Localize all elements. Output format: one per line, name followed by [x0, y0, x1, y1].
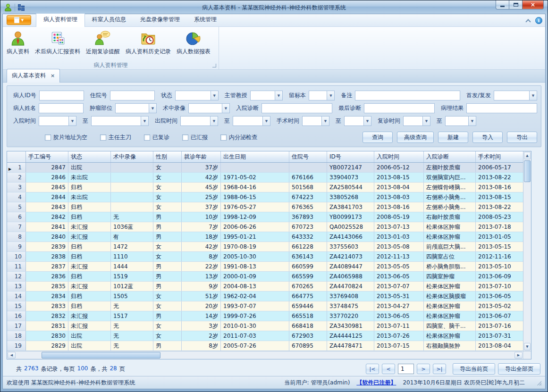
grid-cell[interactable]: 2013-07-10	[476, 282, 523, 291]
grid-cell[interactable]: 归档	[68, 292, 111, 301]
grid-cell[interactable]: 归档	[68, 272, 111, 281]
first-page-button[interactable]: |<	[366, 364, 379, 374]
grid-cell[interactable]: 未汇报	[68, 262, 111, 271]
grid-cell[interactable]: 2013-07-15	[374, 341, 424, 350]
grid-row[interactable]: 92839归档1472女42岁1970-08-19661228337556032…	[7, 242, 523, 252]
row-header[interactable]: 3	[7, 183, 26, 192]
scroll-down-icon[interactable]: ▼	[524, 343, 531, 350]
grid-cell[interactable]: 22岁	[182, 262, 221, 271]
grid-cell[interactable]	[111, 163, 153, 172]
grid-cell[interactable]	[289, 163, 327, 172]
grid-cell[interactable]: 665518	[289, 311, 327, 321]
patient-history-button[interactable]: 病人资料历史记录	[123, 29, 173, 57]
grid-row[interactable]: 82840未汇报有男18岁1995-01-21643332ZA414306620…	[7, 232, 523, 242]
grid-cell[interactable]: 2013-05-08	[374, 242, 424, 251]
program-icon[interactable]	[4, 4, 12, 11]
filter-first-recur-combo[interactable]: ▼	[494, 91, 537, 100]
grid-cell[interactable]: 前颅底巨大脑...	[424, 242, 476, 251]
column-header[interactable]: 入院时间	[374, 151, 424, 162]
dropdown-arrow-icon[interactable]: ▼	[321, 117, 329, 125]
grid-cell[interactable]: 女	[153, 183, 182, 192]
group-dialog-launcher-icon[interactable]	[212, 64, 216, 67]
import-button[interactable]: 导入	[472, 132, 503, 143]
filter-status-combo[interactable]: ▼	[175, 91, 219, 100]
dropdown-arrow-icon[interactable]: ▼	[363, 117, 371, 125]
row-header[interactable]: 2	[7, 173, 26, 182]
grid-cell[interactable]: 未出院	[68, 192, 111, 202]
grid-cell[interactable]: ZA4444125	[327, 331, 374, 341]
grid-row[interactable]: 172831未汇报无女3岁2010-01-30668418ZA343098120…	[7, 321, 523, 331]
new-button[interactable]: 新建	[438, 132, 468, 143]
grid-cell[interactable]: 2012-11-13	[374, 252, 424, 261]
grid-cell[interactable]: 松果体区肿瘤	[424, 222, 476, 232]
grid-cell[interactable]: 33748475	[327, 301, 374, 311]
grid-cell[interactable]: 2005-10-30	[221, 252, 289, 261]
column-header[interactable]: 入院诊断	[424, 151, 476, 162]
grid-cell[interactable]: 2013-08-04	[476, 341, 523, 350]
grid-cell[interactable]: 7岁	[182, 222, 221, 232]
ribbon-tab-disc-video[interactable]: 光盘录像带管理	[133, 13, 187, 26]
grid-cell[interactable]: 左侧蝶骨嵴脑...	[424, 183, 476, 192]
grid-cell[interactable]: 出院	[68, 163, 111, 172]
dropdown-arrow-icon[interactable]: ▼	[327, 91, 334, 100]
patient-data-button[interactable]: 病人资料	[4, 29, 32, 57]
grid-row[interactable]: 52843归档女37岁1976-05-27676365ZA38417032013…	[7, 202, 523, 212]
grid-row[interactable]: 62842归档无男10岁1998-12-09367893YB0099173200…	[7, 212, 523, 222]
filter-remark-input[interactable]	[355, 91, 460, 100]
grid-cell[interactable]: 2830	[26, 331, 68, 341]
grid-cell[interactable]: 女	[153, 202, 182, 212]
grid-cell[interactable]: 四脑室肿瘤	[424, 272, 476, 281]
grid-cell[interactable]: 2841	[26, 222, 68, 232]
grid-cell[interactable]: 1976-05-27	[221, 202, 289, 212]
grid-cell[interactable]: 1519	[111, 272, 153, 281]
grid-cell[interactable]: 2834	[26, 292, 68, 301]
grid-cell[interactable]: ZA4478471	[327, 341, 374, 350]
grid-cell[interactable]: 四脑室占位	[424, 252, 476, 261]
ribbon-tab-patient-management[interactable]: 病人资料管理	[36, 13, 85, 27]
grid-cell[interactable]: 51岁	[182, 292, 221, 301]
grid-cell[interactable]: 2013-08-16	[476, 183, 523, 192]
grid-cell[interactable]: 1999-07-26	[221, 311, 289, 321]
grid-cell[interactable]: ZA4089447	[327, 262, 374, 271]
dropdown-arrow-icon[interactable]: ▼	[262, 117, 270, 125]
filter-specimen-combo[interactable]: ▼	[309, 91, 335, 100]
patient-report-button[interactable]: 病人数据报表	[174, 29, 213, 57]
column-header[interactable]: 住院号	[289, 151, 327, 162]
scroll-right-icon[interactable]: ▶	[514, 352, 523, 359]
grid-cell[interactable]: 659446	[289, 301, 327, 311]
row-header[interactable]: 11	[7, 262, 26, 271]
grid-cell[interactable]: 无	[111, 301, 153, 311]
grid-cell[interactable]: 670895	[289, 341, 327, 350]
column-header[interactable]: 手术时间	[476, 151, 523, 162]
grid-cell[interactable]: 女	[153, 242, 182, 251]
grid-cell[interactable]: 668418	[289, 321, 327, 331]
export-current-page-button[interactable]: 导出当前页	[453, 363, 495, 375]
grid-cell[interactable]: 1970-08-19	[221, 242, 289, 251]
grid-row[interactable]: 102838归档1110女8岁2005-10-30636143ZA4214073…	[7, 252, 523, 262]
filter-admit-from-combo[interactable]: ▼	[39, 116, 76, 126]
grid-cell[interactable]: 未汇报	[68, 282, 111, 291]
dropdown-arrow-icon[interactable]: ▼	[149, 104, 156, 113]
filter-professor-combo[interactable]: ▼	[250, 91, 283, 100]
row-header[interactable]: 9	[7, 242, 26, 251]
grid-cell[interactable]: 2010-01-30	[221, 321, 289, 331]
ribbon-tab-department-staff[interactable]: 科室人员信息	[85, 13, 133, 26]
ribbon-collapse-icon[interactable]	[526, 19, 531, 22]
grid-cell[interactable]: 男	[153, 272, 182, 281]
row-header[interactable]: 14	[7, 292, 26, 301]
grid-cell[interactable]: 367893	[289, 212, 327, 222]
vertical-scroll-thumb[interactable]	[524, 160, 531, 182]
grid-cell[interactable]: 670265	[289, 282, 327, 291]
grid-cell[interactable]: 1444	[111, 262, 153, 271]
grid-cell[interactable]: 左额叶胶质瘤	[424, 163, 476, 172]
grid-cell[interactable]: 2006-05-17	[476, 163, 523, 172]
row-header[interactable]: 13	[7, 282, 26, 291]
dropdown-arrow-icon[interactable]: ▼	[422, 117, 430, 125]
grid-cell[interactable]: 2013-06-05	[374, 311, 424, 321]
grid-cell[interactable]: 10岁	[182, 212, 221, 222]
dropdown-arrow-icon[interactable]: ▼	[468, 117, 476, 125]
grid-cell[interactable]: 670723	[289, 222, 327, 232]
checkbox-endocrine-exam[interactable]: 内分泌检查	[220, 133, 257, 142]
column-header[interactable]: 就诊年龄	[182, 151, 221, 162]
column-header[interactable]: 出生日期	[221, 151, 289, 162]
